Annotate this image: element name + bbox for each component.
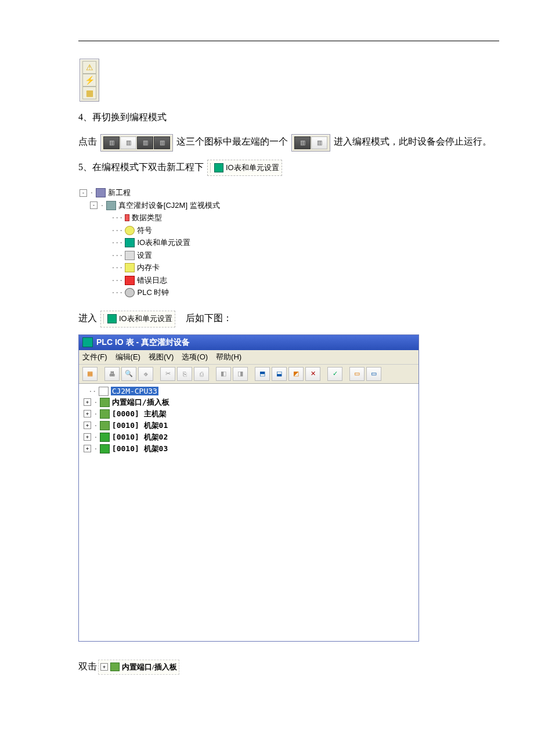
warning-icon[interactable] xyxy=(82,61,96,74)
tree-memcard[interactable]: 内存卡 xyxy=(137,262,160,273)
toolbar-btn-9[interactable]: ◨ xyxy=(233,367,248,381)
click-end: 进入编程模式，此时设备会停止运行。 xyxy=(334,136,492,146)
tree-clock[interactable]: PLC 时钟 xyxy=(137,287,169,298)
bottom-inline-item[interactable]: 内置端口/插入板 xyxy=(98,660,179,675)
menu-view[interactable]: 视图(V) xyxy=(149,352,174,362)
click-pre: 点击 xyxy=(78,136,97,146)
menu-help[interactable]: 帮助(H) xyxy=(216,352,241,362)
paste-icon[interactable]: ⎙ xyxy=(194,367,209,381)
io-inline-label-2: IO表和单元设置 xyxy=(119,312,172,326)
toolbar-separator xyxy=(155,368,158,380)
tree-errorlog[interactable]: 错误日志 xyxy=(137,275,167,286)
settings-icon xyxy=(125,251,135,260)
io-tree-rack2[interactable]: [0010] 机架02 xyxy=(112,432,168,442)
enter-paragraph: 进入 IO表和单元设置 后如下图： xyxy=(78,309,499,327)
tree-connector-icon: · xyxy=(89,187,93,199)
bottom-pre: 双击 xyxy=(78,661,97,671)
tree-connector-icon: ··· xyxy=(111,212,122,224)
expand-toggle[interactable] xyxy=(90,201,98,209)
enter-pre: 进入 xyxy=(78,313,97,323)
tree-connector-icon xyxy=(103,314,104,323)
mode2-btn-2[interactable]: ▥ xyxy=(311,136,327,149)
toolbar-separator xyxy=(211,368,214,380)
plc-io-window: PLC IO 表 - 真空灌封设备 文件(F) 编辑(E) 视图(V) 选项(O… xyxy=(78,334,419,642)
toolbar-btn-1[interactable]: ▦ xyxy=(82,367,98,381)
cpu-icon xyxy=(99,387,109,396)
io-tree-rack1[interactable]: [0010] 机架01 xyxy=(112,420,168,431)
tree-datatype[interactable]: 数据类型 xyxy=(132,212,162,224)
top-divider xyxy=(78,41,499,41)
device-icon xyxy=(106,201,116,210)
io-inline-item-2[interactable]: IO表和单元设置 xyxy=(100,311,175,327)
io-tree: ·· CJ2M-CPU33 · 内置端口/插入板 · [0000] 主机架 · xyxy=(79,384,418,641)
mode-btn-3[interactable]: ▥ xyxy=(137,136,153,149)
tree-device[interactable]: 真空灌封设备[CJ2M] 监视模式 xyxy=(118,200,220,211)
delete-icon[interactable]: ✕ xyxy=(305,367,320,381)
io-icon xyxy=(107,314,117,323)
expand-toggle[interactable] xyxy=(84,410,91,417)
rack-icon xyxy=(110,663,120,671)
error-log-icon xyxy=(125,276,135,285)
toolbar-btn-12[interactable]: ◩ xyxy=(288,367,304,381)
toolbar-btn-16[interactable]: ▭ xyxy=(366,367,381,381)
expand-toggle[interactable] xyxy=(100,663,108,671)
mode-btn-2[interactable]: ▥ xyxy=(120,136,136,149)
network-icon[interactable] xyxy=(82,87,96,99)
click-paragraph: 点击 ▥ ▥ ▥ ▥ 这三个图标中最左端的一个 ▥ ▥ 进入编程模式，此时设备会… xyxy=(78,133,499,151)
rack-icon xyxy=(100,398,110,407)
toolbar-separator xyxy=(344,368,348,380)
click-mid: 这三个图标中最左端的一个 xyxy=(176,136,288,146)
tree-connector-icon xyxy=(210,163,211,172)
copy-icon[interactable]: ⎘ xyxy=(177,367,192,381)
toolbar-btn-4[interactable]: ⎆ xyxy=(138,367,153,381)
tree-root[interactable]: 新工程 xyxy=(108,187,131,199)
tree-connector-icon: · xyxy=(93,433,98,441)
tree-connector-icon: ··· xyxy=(111,237,122,249)
menu-file[interactable]: 文件(F) xyxy=(82,352,107,362)
window-titlebar: PLC IO 表 - 真空灌封设备 xyxy=(79,335,418,350)
expand-toggle[interactable] xyxy=(80,189,87,197)
small-toolbar xyxy=(80,59,99,102)
expand-toggle[interactable] xyxy=(84,445,91,452)
io-icon xyxy=(214,163,223,172)
menu-options[interactable]: 选项(O) xyxy=(182,352,208,362)
io-tree-cpu[interactable]: CJ2M-CPU33 xyxy=(111,387,158,395)
check-icon[interactable]: ✓ xyxy=(327,367,342,381)
toolbar-separator xyxy=(250,368,253,380)
menu-edit[interactable]: 编辑(E) xyxy=(116,352,140,362)
tree-symbol[interactable]: 符号 xyxy=(137,225,152,236)
tree-connector-icon: · xyxy=(93,409,98,418)
tree-settings[interactable]: 设置 xyxy=(137,250,152,261)
print-icon[interactable]: 🖶 xyxy=(104,367,120,381)
tree-connector-icon: · xyxy=(93,421,98,430)
expand-toggle[interactable] xyxy=(84,398,91,406)
tree-connector-icon: · xyxy=(93,444,98,453)
mode-btn-4[interactable]: ▥ xyxy=(154,136,170,149)
memory-card-icon xyxy=(125,263,135,272)
expand-toggle[interactable] xyxy=(84,422,91,429)
toolbar-btn-15[interactable]: ▭ xyxy=(349,367,365,381)
rack-icon xyxy=(100,444,110,453)
mode-btn-1[interactable]: ▥ xyxy=(103,136,120,149)
tree-io[interactable]: IO表和单元设置 xyxy=(137,237,190,249)
tree-connector-icon: ··· xyxy=(111,225,122,236)
window-title: PLC IO 表 - 真空灌封设备 xyxy=(96,337,190,348)
flash-icon[interactable] xyxy=(82,74,96,87)
tree-connector-icon: ·· xyxy=(88,387,96,395)
step4-text: 4、再切换到编程模式 xyxy=(78,109,499,126)
datatype-icon xyxy=(125,214,129,221)
toolbar-btn-11[interactable]: ⬓ xyxy=(272,367,287,381)
expand-toggle[interactable] xyxy=(84,433,91,441)
step5-text-row: 5、在编程模式下双击新工程下 IO表和单元设置 xyxy=(78,159,499,177)
mode2-btn-1[interactable]: ▥ xyxy=(294,136,311,149)
preview-icon[interactable]: 🔍 xyxy=(121,367,136,381)
toolbar-btn-8[interactable]: ◧ xyxy=(216,367,231,381)
step5-text: 5、在编程模式下双击新工程下 xyxy=(78,162,204,172)
tree-connector-icon: ··· xyxy=(111,250,122,261)
cut-icon[interactable]: ✂ xyxy=(160,367,175,381)
io-inline-item[interactable]: IO表和单元设置 xyxy=(207,160,282,177)
io-tree-builtin[interactable]: 内置端口/插入板 xyxy=(112,397,169,408)
io-tree-rack0[interactable]: [0000] 主机架 xyxy=(112,409,167,419)
io-tree-rack3[interactable]: [0010] 机架03 xyxy=(112,444,168,454)
toolbar-btn-10[interactable]: ⬒ xyxy=(255,367,270,381)
